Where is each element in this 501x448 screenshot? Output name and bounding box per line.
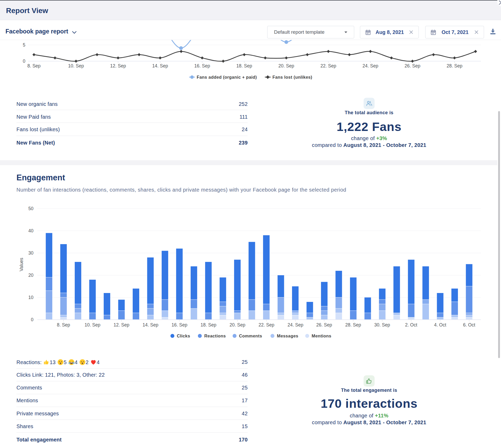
- svg-text:0: 0: [23, 59, 25, 64]
- svg-text:50: 50: [28, 206, 34, 211]
- svg-text:2. Oct: 2. Oct: [405, 322, 417, 328]
- svg-text:10. Sep: 10. Sep: [68, 63, 84, 68]
- svg-text:6. Oct: 6. Oct: [463, 322, 475, 328]
- svg-text:40: 40: [28, 228, 34, 233]
- svg-text:14. Sep: 14. Sep: [152, 63, 168, 68]
- svg-text:10: 10: [28, 295, 34, 300]
- svg-text:16. Sep: 16. Sep: [172, 322, 187, 328]
- svg-text:30: 30: [28, 250, 34, 256]
- svg-text:30. Sep: 30. Sep: [374, 322, 390, 328]
- svg-text:0: 0: [31, 317, 33, 322]
- svg-text:8. Sep: 8. Sep: [27, 63, 41, 68]
- svg-text:28. Sep: 28. Sep: [447, 63, 462, 68]
- svg-text:10. Sep: 10. Sep: [85, 322, 100, 328]
- svg-text:14. Sep: 14. Sep: [143, 322, 158, 328]
- svg-text:4. Oct: 4. Oct: [434, 322, 446, 328]
- svg-text:18. Sep: 18. Sep: [201, 322, 216, 328]
- svg-text:Values: Values: [19, 258, 24, 271]
- svg-text:20: 20: [28, 273, 34, 278]
- svg-text:8. Sep: 8. Sep: [57, 322, 70, 328]
- svg-text:20. Sep: 20. Sep: [230, 322, 245, 328]
- svg-text:12. Sep: 12. Sep: [114, 322, 129, 328]
- svg-text:Mentions: Mentions: [312, 334, 331, 338]
- svg-text:5: 5: [23, 42, 25, 48]
- svg-text:12. Sep: 12. Sep: [110, 63, 126, 68]
- svg-text:18. Sep: 18. Sep: [236, 63, 252, 68]
- svg-text:22. Sep: 22. Sep: [321, 63, 336, 68]
- svg-text:26. Sep: 26. Sep: [316, 322, 332, 328]
- svg-text:16. Sep: 16. Sep: [194, 63, 210, 68]
- svg-text:28. Sep: 28. Sep: [345, 322, 361, 328]
- svg-text:Clicks: Clicks: [177, 334, 190, 338]
- svg-text:26. Sep: 26. Sep: [405, 63, 420, 68]
- svg-text:Messages: Messages: [277, 334, 298, 338]
- svg-text:Comments: Comments: [239, 334, 262, 338]
- svg-text:20. Sep: 20. Sep: [278, 63, 294, 68]
- svg-text:Fans lost (unlikes): Fans lost (unlikes): [272, 75, 312, 79]
- svg-text:24. Sep: 24. Sep: [288, 322, 303, 328]
- svg-text:Reactions: Reactions: [204, 334, 226, 338]
- svg-text:24. Sep: 24. Sep: [363, 63, 378, 68]
- svg-text:Fans added (organic + paid): Fans added (organic + paid): [197, 75, 257, 79]
- svg-text:22. Sep: 22. Sep: [259, 322, 274, 328]
